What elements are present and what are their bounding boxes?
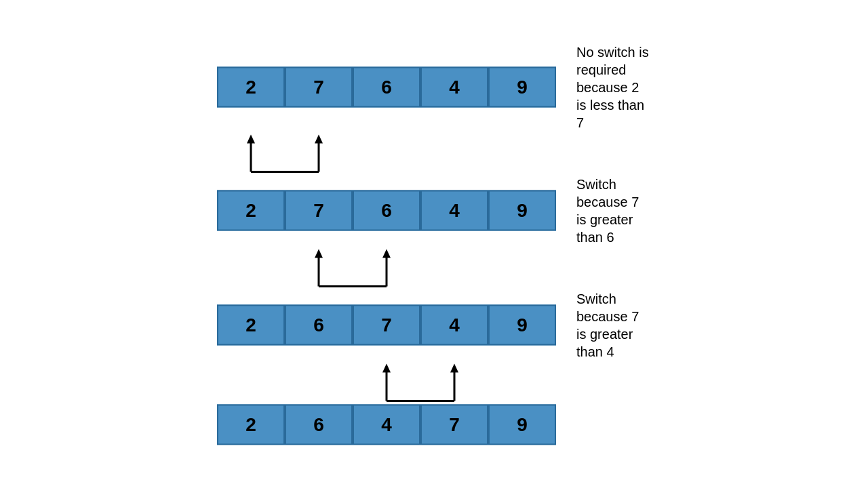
array-row-4: 2 6 4 7 9 xyxy=(217,405,556,445)
cell-2-0: 2 xyxy=(217,190,285,231)
cell-3-0: 2 xyxy=(217,305,285,346)
cell-2-1: 7 xyxy=(285,190,353,231)
arrow-container-2 xyxy=(217,246,556,290)
svg-marker-4 xyxy=(315,135,323,144)
svg-marker-3 xyxy=(247,135,255,144)
label-2: Switch because 7 is greater than 6 xyxy=(576,176,651,246)
array-row-2: 2 7 6 4 9 xyxy=(217,190,556,231)
cell-1-2: 6 xyxy=(353,67,420,108)
arrow-svg-2 xyxy=(217,246,556,290)
cell-3-3: 4 xyxy=(420,305,488,346)
cell-4-1: 6 xyxy=(285,405,353,445)
cell-3-4: 9 xyxy=(488,305,556,346)
arrow-container-3 xyxy=(217,361,556,405)
cell-4-3: 7 xyxy=(420,405,488,445)
cell-1-0: 2 xyxy=(217,67,285,108)
cell-2-3: 4 xyxy=(420,190,488,231)
section-2: 2 7 6 4 9 Switch because 7 is greater th… xyxy=(217,176,651,290)
row2-with-label: 2 7 6 4 9 Switch because 7 is greater th… xyxy=(217,176,651,246)
svg-marker-8 xyxy=(315,249,323,258)
array-row-1: 2 7 6 4 9 xyxy=(217,67,556,108)
row4-with-label: 2 6 4 7 9 xyxy=(217,405,556,445)
label-1: No switch is required because 2 is less … xyxy=(576,43,651,131)
section-1: 2 7 6 4 9 No switch is required because … xyxy=(217,43,651,176)
svg-marker-9 xyxy=(382,249,391,258)
array-row-3: 2 6 7 4 9 xyxy=(217,305,556,346)
cell-3-1: 6 xyxy=(285,305,353,346)
cell-1-3: 4 xyxy=(420,67,488,108)
label-3: Switch because 7 is greater than 4 xyxy=(576,290,651,361)
arrow-container-1 xyxy=(217,131,556,176)
cell-4-4: 9 xyxy=(488,405,556,445)
svg-marker-14 xyxy=(450,364,458,373)
cell-3-2: 7 xyxy=(353,305,420,346)
cell-4-2: 4 xyxy=(353,405,420,445)
section-3: 2 6 7 4 9 Switch because 7 is greater th… xyxy=(217,290,651,405)
section-4: 2 6 4 7 9 xyxy=(217,405,556,445)
row1-with-label: 2 7 6 4 9 No switch is required because … xyxy=(217,43,651,131)
row3-with-label: 2 6 7 4 9 Switch because 7 is greater th… xyxy=(217,290,651,361)
svg-marker-13 xyxy=(382,364,391,373)
cell-1-4: 9 xyxy=(488,67,556,108)
main-container: 2 7 6 4 9 No switch is required because … xyxy=(217,43,651,445)
cell-2-2: 6 xyxy=(353,190,420,231)
arrow-svg-1 xyxy=(217,131,556,176)
cell-1-1: 7 xyxy=(285,67,353,108)
arrow-svg-3 xyxy=(217,361,556,405)
cell-4-0: 2 xyxy=(217,405,285,445)
cell-2-4: 9 xyxy=(488,190,556,231)
